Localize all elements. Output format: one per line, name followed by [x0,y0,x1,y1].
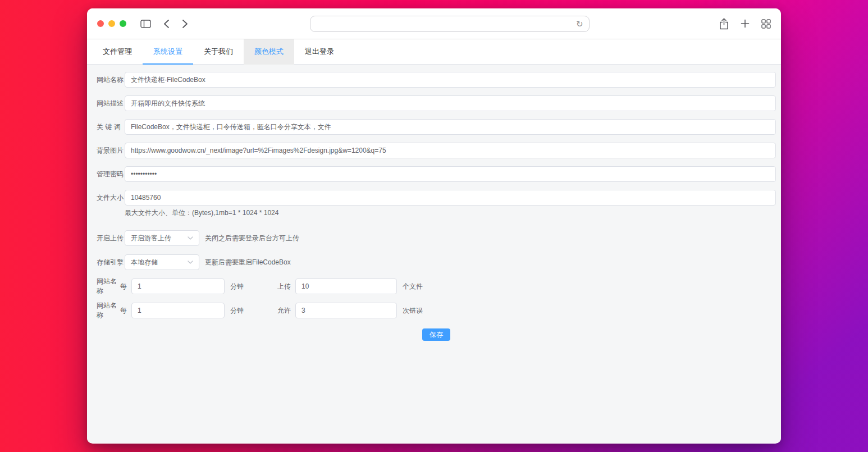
upload-toggle-label: 开启上传 [97,234,125,243]
error-rate-minutes-unit: 分钟 [230,306,244,316]
chevron-down-icon [188,236,193,240]
background-image-label: 背景图片 [97,146,125,156]
storage-engine-hint: 更新后需要重启FileCodeBox [205,258,291,267]
upload-rate-prefix: 每 [120,282,127,291]
admin-password-label: 管理密码 [97,170,125,179]
new-tab-plus-icon[interactable] [741,19,750,28]
error-rate-label: 网站名称 [97,301,120,320]
storage-engine-value: 本地存储 [131,258,158,267]
storage-engine-select[interactable]: 本地存储 [125,254,199,270]
storage-engine-row: 存储引擎 本地存储 更新后需要重启FileCodeBox [97,254,776,270]
toolbar-left-group [97,19,218,29]
upload-rate-label: 网站名称 [97,277,120,296]
back-icon[interactable] [163,19,170,29]
sidebar-toggle-icon[interactable] [140,20,151,28]
upload-rate-minutes-input[interactable] [131,278,225,294]
browser-toolbar: ↻ [87,8,781,39]
share-icon[interactable] [719,18,729,30]
tab-system-settings[interactable]: 系统设置 [143,39,193,65]
file-size-hint: 最大文件大小、单位：(Bytes),1mb=1 * 1024 * 1024 [125,209,776,217]
tab-color-mode[interactable]: 颜色模式 [244,39,294,65]
admin-password-input[interactable] [125,166,776,182]
error-rate-mid-label: 允许 [277,306,291,316]
error-rate-count-input[interactable] [295,303,397,318]
file-size-input[interactable] [125,190,776,206]
reload-icon[interactable]: ↻ [576,20,583,28]
toolbar-right-group [681,18,771,30]
upload-rate-count-unit: 个文件 [403,282,423,291]
error-rate-row: 网站名称 每 分钟 允许 次错误 [97,303,776,318]
upload-rate-count-input[interactable] [295,278,397,294]
file-size-label: 文件大小 [97,193,125,203]
forward-icon[interactable] [182,19,188,29]
browser-window: ↻ [87,8,781,444]
background-image-row: 背景图片 [97,143,776,158]
settings-form: 网站名称 网站描述 关 键 词 背景图片 管理密码 文件大小 最大文件大小、单位… [87,65,781,443]
tab-logout[interactable]: 退出登录 [294,39,345,65]
error-rate-minutes-input[interactable] [131,303,225,318]
site-desc-input[interactable] [125,95,776,111]
upload-toggle-row: 开启上传 开启游客上传 关闭之后需要登录后台方可上传 [97,230,776,246]
toolbar-center: ↻ [218,16,681,32]
chevron-down-icon [188,261,193,264]
close-window-button[interactable] [97,20,104,27]
tab-file-management[interactable]: 文件管理 [92,39,143,65]
upload-rate-row: 网站名称 每 分钟 上传 个文件 [97,278,776,294]
storage-engine-label: 存储引擎 [97,258,125,267]
tab-about-us[interactable]: 关于我们 [193,39,244,65]
upload-toggle-value: 开启游客上传 [131,234,171,243]
admin-password-row: 管理密码 [97,166,776,182]
file-size-row: 文件大小 [97,190,776,206]
upload-rate-mid-label: 上传 [277,282,291,291]
site-name-input[interactable] [125,72,776,88]
keywords-label: 关 键 词 [97,122,125,132]
upload-rate-minutes-unit: 分钟 [230,282,244,291]
site-desc-label: 网站描述 [97,99,125,108]
save-button[interactable]: 保存 [422,328,450,341]
minimize-window-button[interactable] [108,20,115,27]
background-image-input[interactable] [125,143,776,158]
error-rate-count-unit: 次错误 [403,306,423,316]
save-row: 保存 [97,327,776,343]
upload-toggle-select[interactable]: 开启游客上传 [125,230,199,246]
page-tabbar: 文件管理 系统设置 关于我们 颜色模式 退出登录 [87,39,781,65]
site-name-label: 网站名称 [97,75,125,85]
url-bar[interactable]: ↻ [310,16,590,32]
keywords-input[interactable] [125,119,776,135]
maximize-window-button[interactable] [120,20,126,27]
site-desc-row: 网站描述 [97,95,776,111]
site-name-row: 网站名称 [97,72,776,88]
keywords-row: 关 键 词 [97,119,776,135]
traffic-lights [97,20,126,27]
error-rate-prefix: 每 [120,306,127,316]
tab-overview-grid-icon[interactable] [761,19,771,29]
upload-toggle-hint: 关闭之后需要登录后台方可上传 [205,234,299,243]
